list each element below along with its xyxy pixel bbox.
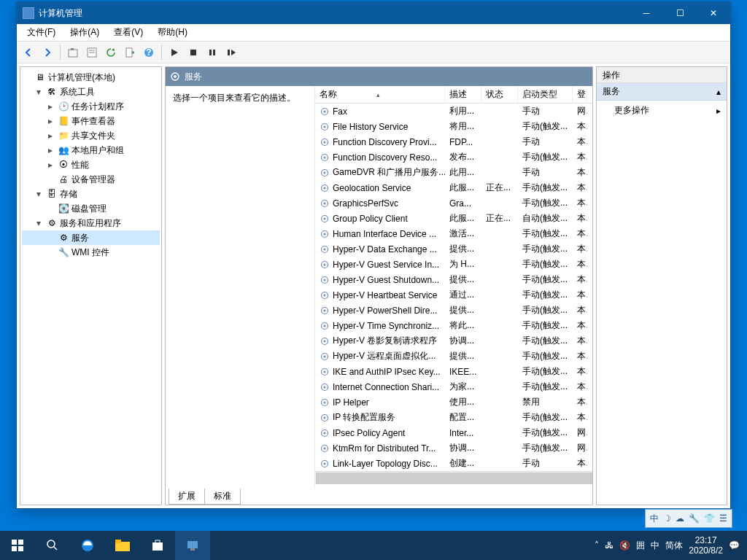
back-button[interactable] <box>20 44 37 61</box>
stop-service-button[interactable] <box>185 44 202 61</box>
tree-node[interactable]: 🖨设备管理器 <box>22 172 160 187</box>
maximize-button[interactable]: ☐ <box>663 2 697 24</box>
export-button[interactable] <box>121 44 139 61</box>
service-row[interactable]: Link-Layer Topology Disc...创建...手动本 <box>315 456 592 471</box>
restart-service-button[interactable] <box>222 44 240 61</box>
tray-volume-icon[interactable]: 🔇 <box>619 540 630 551</box>
service-row[interactable]: Hyper-V Data Exchange ...提供...手动(触发...本 <box>315 241 592 257</box>
refresh-button[interactable] <box>102 44 120 61</box>
menu-view[interactable]: 查看(V) <box>108 25 149 40</box>
service-row[interactable]: Hyper-V Heartbeat Service通过...手动(触发...本 <box>315 287 592 303</box>
taskbar[interactable]: ˄ 🖧 🔇 囲 中 简体 23:17 2020/8/2 💬 <box>0 531 747 560</box>
expander-icon[interactable]: ▸ <box>45 145 55 155</box>
service-row[interactable]: Function Discovery Provi...FDP...手动本 <box>315 134 592 149</box>
tree-node[interactable]: ▸📁共享文件夹 <box>22 128 160 143</box>
service-row[interactable]: Group Policy Client此服...正在...自动(触发...本 <box>315 211 592 226</box>
col-desc[interactable]: 描述 <box>445 86 481 103</box>
tray-notifications-icon[interactable]: 💬 <box>729 540 740 551</box>
horizontal-scrollbar[interactable] <box>315 471 592 484</box>
service-startup: 手动 <box>518 456 573 470</box>
properties-button[interactable] <box>83 44 101 61</box>
tray-ime3[interactable]: 简体 <box>665 540 683 552</box>
ime-menu-icon[interactable]: ☰ <box>719 513 727 524</box>
col-name[interactable]: 名称 <box>320 88 337 101</box>
tree-node[interactable]: ▸⦿性能 <box>22 158 160 172</box>
ime-skin-icon[interactable]: 👕 <box>704 513 715 524</box>
tree-node[interactable]: ▾⚙服务和应用程序 <box>22 216 160 230</box>
menu-action[interactable]: 操作(A) <box>64 25 105 40</box>
tree-node[interactable]: ▸🕑任务计划程序 <box>22 99 160 114</box>
service-row[interactable]: GameDVR 和广播用户服务...此用...手动本 <box>315 165 592 180</box>
service-row[interactable]: KtmRm for Distributed Tr...协调...手动(触发...… <box>315 440 592 456</box>
tree-node[interactable]: 🔧WMI 控件 <box>22 245 160 260</box>
ime-cloud-icon[interactable]: ☁ <box>676 513 684 524</box>
tray-ime1[interactable]: 囲 <box>636 540 645 552</box>
ime-toolbar[interactable]: 中 ☽ ☁ 🔧 👕 ☰ <box>645 509 732 528</box>
expander-icon[interactable]: ▾ <box>34 87 44 97</box>
col-status[interactable]: 状态 <box>481 86 518 103</box>
service-row[interactable]: GraphicsPerfSvcGra...手动(触发...本 <box>315 195 592 211</box>
action-more[interactable]: 更多操作 ▸ <box>597 101 727 120</box>
tray-clock[interactable]: 23:17 2020/8/2 <box>689 535 723 556</box>
service-row[interactable]: Hyper-V Guest Service In...为 H...手动(触发..… <box>315 257 592 272</box>
ime-lang[interactable]: 中 <box>650 513 659 525</box>
service-row[interactable]: Internet Connection Shari...为家...手动(触发..… <box>315 379 592 394</box>
tray-network-icon[interactable]: 🖧 <box>605 540 614 551</box>
search-button[interactable] <box>35 531 70 560</box>
tree-node[interactable]: ▸📒事件查看器 <box>22 114 160 128</box>
col-logon[interactable]: 登 <box>573 86 587 103</box>
service-row[interactable]: Hyper-V Time Synchroniz...将此...手动(触发...本 <box>315 318 592 333</box>
ime-moon-icon[interactable]: ☽ <box>663 513 671 524</box>
expander-icon[interactable]: ▾ <box>34 218 44 228</box>
titlebar[interactable]: 计算机管理 ─ ☐ ✕ <box>17 2 730 24</box>
menu-help[interactable]: 帮助(H) <box>152 25 193 40</box>
task-store[interactable] <box>140 531 175 560</box>
ime-wrench-icon[interactable]: 🔧 <box>689 513 700 524</box>
service-row[interactable]: Fax利用...手动网 <box>315 104 592 119</box>
expander-icon[interactable]: ▾ <box>34 189 44 199</box>
service-row[interactable]: IP Helper使用...禁用本 <box>315 394 592 410</box>
expander-icon[interactable]: ▸ <box>45 160 55 170</box>
expander-icon[interactable]: ▸ <box>45 101 55 112</box>
start-button[interactable] <box>0 531 35 560</box>
start-service-button[interactable] <box>166 44 183 61</box>
expander-icon[interactable]: ▸ <box>45 131 55 141</box>
service-row[interactable]: Human Interface Device ...激活...手动(触发...本 <box>315 226 592 241</box>
service-row[interactable]: IPsec Policy AgentInter...手动(触发...网 <box>315 425 592 440</box>
list-header[interactable]: 名称▴ 描述 状态 启动类型 登 <box>315 86 592 104</box>
tree-node[interactable]: ▾🛠系统工具 <box>22 85 160 99</box>
expander-icon[interactable]: ▸ <box>45 116 55 126</box>
menu-file[interactable]: 文件(F) <box>21 25 61 40</box>
help-button[interactable]: ? <box>140 44 158 61</box>
tray-ime2[interactable]: 中 <box>651 540 659 552</box>
tree-node[interactable]: ▾🗄存储 <box>22 187 160 201</box>
col-startup[interactable]: 启动类型 <box>518 86 573 103</box>
close-button[interactable]: ✕ <box>697 2 730 24</box>
minimize-button[interactable]: ─ <box>630 2 663 24</box>
service-row[interactable]: Hyper-V Guest Shutdown...提供...手动(触发...本 <box>315 272 592 287</box>
tree-node[interactable]: ⚙服务 <box>22 230 160 245</box>
service-row[interactable]: Hyper-V PowerShell Dire...提供...手动(触发...本 <box>315 303 592 318</box>
tray-chevron-icon[interactable]: ˄ <box>595 540 599 551</box>
services-list[interactable]: 名称▴ 描述 状态 启动类型 登 Fax利用...手动网File History… <box>315 86 592 489</box>
service-row[interactable]: Geolocation Service此服...正在...手动(触发...本 <box>315 180 592 195</box>
pause-service-button[interactable] <box>204 44 221 61</box>
tab-standard[interactable]: 标准 <box>204 489 241 505</box>
up-button[interactable] <box>64 44 82 61</box>
service-row[interactable]: Hyper-V 远程桌面虚拟化...提供...手动(触发...本 <box>315 349 592 364</box>
service-row[interactable]: IKE and AuthIP IPsec Key...IKEE...手动(触发.… <box>315 364 592 379</box>
actions-context[interactable]: 服务 ▴ <box>597 83 727 101</box>
task-edge[interactable] <box>70 531 105 560</box>
forward-button[interactable] <box>39 44 56 61</box>
tree-node[interactable]: 🖥计算机管理(本地) <box>22 70 160 85</box>
service-row[interactable]: Hyper-V 卷影复制请求程序协调...手动(触发...本 <box>315 333 592 349</box>
service-row[interactable]: IP 转换配置服务配置...手动(触发...本 <box>315 410 592 425</box>
tree-pane[interactable]: 🖥计算机管理(本地)▾🛠系统工具▸🕑任务计划程序▸📒事件查看器▸📁共享文件夹▸👥… <box>20 66 162 505</box>
task-compmgmt[interactable] <box>175 531 210 560</box>
tree-node[interactable]: ▸👥本地用户和组 <box>22 143 160 158</box>
tree-node[interactable]: 💽磁盘管理 <box>22 201 160 216</box>
service-row[interactable]: File History Service将用...手动(触发...本 <box>315 119 592 134</box>
service-row[interactable]: Function Discovery Reso...发布...手动(触发...本 <box>315 149 592 165</box>
tab-extended[interactable]: 扩展 <box>169 489 205 505</box>
task-explorer[interactable] <box>105 531 140 560</box>
